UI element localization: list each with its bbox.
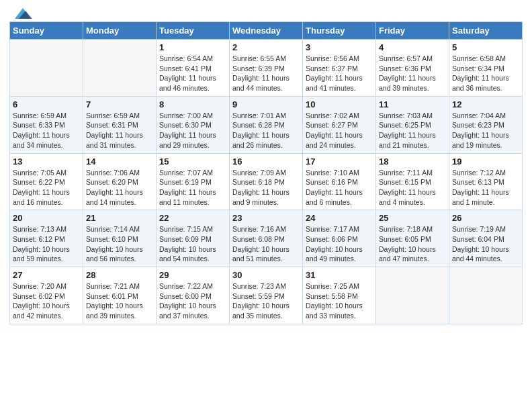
calendar-cell: 15Sunrise: 7:07 AM Sunset: 6:19 PM Dayli…: [157, 153, 230, 210]
day-info: Sunrise: 6:59 AM Sunset: 6:31 PM Dayligh…: [86, 111, 153, 150]
calendar-cell: 5Sunrise: 6:58 AM Sunset: 6:34 PM Daylig…: [449, 40, 523, 97]
calendar-cell: 3Sunrise: 6:56 AM Sunset: 6:37 PM Daylig…: [303, 40, 376, 97]
day-number: 7: [86, 99, 153, 109]
calendar-cell: 12Sunrise: 7:04 AM Sunset: 6:23 PM Dayli…: [449, 96, 523, 153]
day-number: 4: [379, 42, 446, 52]
calendar-cell: 24Sunrise: 7:17 AM Sunset: 6:06 PM Dayli…: [303, 210, 376, 267]
day-info: Sunrise: 7:01 AM Sunset: 6:28 PM Dayligh…: [232, 111, 300, 150]
day-info: Sunrise: 6:57 AM Sunset: 6:36 PM Dayligh…: [379, 54, 446, 93]
calendar-cell: 22Sunrise: 7:15 AM Sunset: 6:09 PM Dayli…: [157, 210, 230, 267]
day-info: Sunrise: 7:07 AM Sunset: 6:19 PM Dayligh…: [159, 168, 226, 208]
day-info: Sunrise: 6:54 AM Sunset: 6:41 PM Dayligh…: [159, 54, 226, 93]
calendar-cell: [83, 40, 157, 97]
day-info: Sunrise: 7:23 AM Sunset: 5:59 PM Dayligh…: [232, 281, 300, 321]
calendar-cell: 4Sunrise: 6:57 AM Sunset: 6:36 PM Daylig…: [376, 40, 449, 97]
day-number: 17: [306, 156, 373, 167]
calendar-week-5: 27Sunrise: 7:20 AM Sunset: 6:02 PM Dayli…: [10, 267, 523, 324]
calendar-cell: 7Sunrise: 6:59 AM Sunset: 6:31 PM Daylig…: [83, 96, 157, 153]
day-number: 1: [159, 42, 226, 52]
calendar-week-3: 13Sunrise: 7:05 AM Sunset: 6:22 PM Dayli…: [10, 153, 523, 210]
day-info: Sunrise: 7:02 AM Sunset: 6:27 PM Dayligh…: [306, 111, 373, 150]
day-number: 28: [86, 270, 153, 280]
calendar-cell: 6Sunrise: 6:59 AM Sunset: 6:33 PM Daylig…: [10, 96, 83, 153]
col-header-thursday: Thursday: [303, 22, 376, 40]
day-info: Sunrise: 6:59 AM Sunset: 6:33 PM Dayligh…: [13, 111, 80, 150]
day-info: Sunrise: 7:22 AM Sunset: 6:00 PM Dayligh…: [159, 281, 226, 321]
col-header-sunday: Sunday: [10, 22, 83, 40]
col-header-monday: Monday: [83, 22, 157, 40]
day-info: Sunrise: 7:03 AM Sunset: 6:25 PM Dayligh…: [379, 111, 446, 150]
calendar-cell: [449, 267, 523, 324]
calendar-table: SundayMondayTuesdayWednesdayThursdayFrid…: [9, 21, 523, 324]
day-number: 10: [306, 99, 373, 109]
calendar-cell: 14Sunrise: 7:06 AM Sunset: 6:20 PM Dayli…: [83, 153, 157, 210]
day-number: 8: [159, 99, 226, 109]
calendar-cell: 30Sunrise: 7:23 AM Sunset: 5:59 PM Dayli…: [230, 267, 303, 324]
day-info: Sunrise: 7:18 AM Sunset: 6:05 PM Dayligh…: [379, 224, 446, 264]
day-number: 30: [232, 270, 300, 280]
calendar-cell: 26Sunrise: 7:19 AM Sunset: 6:04 PM Dayli…: [449, 210, 523, 267]
day-info: Sunrise: 7:21 AM Sunset: 6:01 PM Dayligh…: [86, 281, 153, 321]
day-number: 16: [232, 156, 300, 167]
calendar-week-1: 1Sunrise: 6:54 AM Sunset: 6:41 PM Daylig…: [10, 40, 523, 97]
day-number: 22: [159, 213, 226, 223]
day-info: Sunrise: 6:55 AM Sunset: 6:39 PM Dayligh…: [232, 54, 300, 93]
day-number: 15: [159, 156, 226, 167]
day-number: 12: [452, 99, 519, 109]
calendar-cell: 8Sunrise: 7:00 AM Sunset: 6:30 PM Daylig…: [157, 96, 230, 153]
day-info: Sunrise: 7:09 AM Sunset: 6:18 PM Dayligh…: [232, 168, 300, 208]
col-header-wednesday: Wednesday: [230, 22, 303, 40]
day-number: 5: [452, 42, 519, 52]
col-header-saturday: Saturday: [449, 22, 523, 40]
day-info: Sunrise: 7:14 AM Sunset: 6:10 PM Dayligh…: [86, 224, 153, 264]
calendar-cell: 10Sunrise: 7:02 AM Sunset: 6:27 PM Dayli…: [303, 96, 376, 153]
day-info: Sunrise: 7:10 AM Sunset: 6:16 PM Dayligh…: [306, 168, 373, 208]
calendar-cell: 11Sunrise: 7:03 AM Sunset: 6:25 PM Dayli…: [376, 96, 449, 153]
calendar-cell: 21Sunrise: 7:14 AM Sunset: 6:10 PM Dayli…: [83, 210, 157, 267]
day-info: Sunrise: 7:17 AM Sunset: 6:06 PM Dayligh…: [306, 224, 373, 264]
day-info: Sunrise: 7:25 AM Sunset: 5:58 PM Dayligh…: [306, 281, 373, 321]
day-number: 27: [13, 270, 80, 280]
calendar-cell: 29Sunrise: 7:22 AM Sunset: 6:00 PM Dayli…: [157, 267, 230, 324]
calendar-cell: 20Sunrise: 7:13 AM Sunset: 6:12 PM Dayli…: [10, 210, 83, 267]
day-info: Sunrise: 7:16 AM Sunset: 6:08 PM Dayligh…: [232, 224, 300, 264]
day-number: 6: [13, 99, 80, 109]
col-header-friday: Friday: [376, 22, 449, 40]
calendar-cell: 17Sunrise: 7:10 AM Sunset: 6:16 PM Dayli…: [303, 153, 376, 210]
calendar-cell: 25Sunrise: 7:18 AM Sunset: 6:05 PM Dayli…: [376, 210, 449, 267]
day-number: 11: [379, 99, 446, 109]
calendar-cell: [376, 267, 449, 324]
calendar-cell: 18Sunrise: 7:11 AM Sunset: 6:15 PM Dayli…: [376, 153, 449, 210]
day-number: 26: [452, 213, 519, 223]
day-number: 9: [232, 99, 300, 109]
calendar-week-4: 20Sunrise: 7:13 AM Sunset: 6:12 PM Dayli…: [10, 210, 523, 267]
day-number: 18: [379, 156, 446, 167]
day-info: Sunrise: 7:06 AM Sunset: 6:20 PM Dayligh…: [86, 168, 153, 208]
day-info: Sunrise: 7:00 AM Sunset: 6:30 PM Dayligh…: [159, 111, 226, 150]
day-number: 23: [232, 213, 300, 223]
calendar-cell: [10, 40, 83, 97]
calendar-cell: 27Sunrise: 7:20 AM Sunset: 6:02 PM Dayli…: [10, 267, 83, 324]
calendar-cell: 19Sunrise: 7:12 AM Sunset: 6:13 PM Dayli…: [449, 153, 523, 210]
calendar-cell: 23Sunrise: 7:16 AM Sunset: 6:08 PM Dayli…: [230, 210, 303, 267]
day-info: Sunrise: 7:12 AM Sunset: 6:13 PM Dayligh…: [452, 168, 519, 208]
day-number: 24: [306, 213, 373, 223]
day-info: Sunrise: 7:13 AM Sunset: 6:12 PM Dayligh…: [13, 224, 80, 264]
day-number: 13: [13, 156, 80, 167]
day-info: Sunrise: 7:19 AM Sunset: 6:04 PM Dayligh…: [452, 224, 519, 264]
logo: [9, 7, 34, 17]
calendar-cell: 31Sunrise: 7:25 AM Sunset: 5:58 PM Dayli…: [303, 267, 376, 324]
calendar-cell: 1Sunrise: 6:54 AM Sunset: 6:41 PM Daylig…: [157, 40, 230, 97]
calendar-cell: 16Sunrise: 7:09 AM Sunset: 6:18 PM Dayli…: [230, 153, 303, 210]
day-info: Sunrise: 7:04 AM Sunset: 6:23 PM Dayligh…: [452, 111, 519, 150]
calendar-cell: 9Sunrise: 7:01 AM Sunset: 6:28 PM Daylig…: [230, 96, 303, 153]
header: [9, 7, 523, 17]
day-info: Sunrise: 7:15 AM Sunset: 6:09 PM Dayligh…: [159, 224, 226, 264]
day-number: 20: [13, 213, 80, 223]
col-header-tuesday: Tuesday: [157, 22, 230, 40]
page: SundayMondayTuesdayWednesdayThursdayFrid…: [0, 0, 532, 411]
day-number: 2: [232, 42, 300, 52]
day-info: Sunrise: 6:58 AM Sunset: 6:34 PM Dayligh…: [452, 54, 519, 93]
logo-icon: [12, 7, 34, 21]
day-number: 25: [379, 213, 446, 223]
